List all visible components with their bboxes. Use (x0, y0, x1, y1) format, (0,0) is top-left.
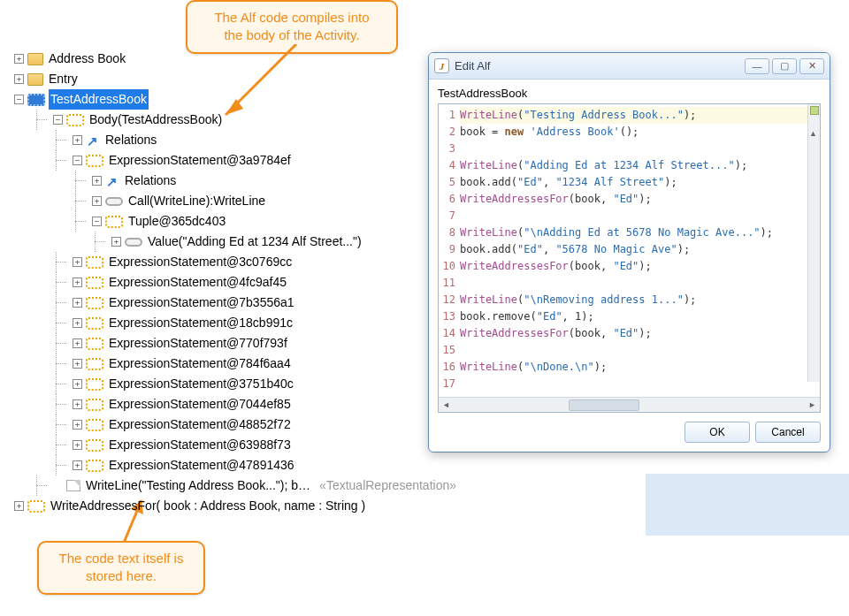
expander-icon[interactable]: + (73, 135, 82, 145)
tree-label: Body(TestAddressBook) (88, 110, 224, 130)
tree-item-expression[interactable]: +ExpressionStatement@47891436 (14, 455, 456, 475)
expander-icon[interactable]: + (73, 338, 82, 348)
relations-icon (86, 133, 100, 148)
expander-icon[interactable]: − (73, 156, 82, 165)
expander-icon[interactable]: + (14, 54, 24, 64)
activity-icon (86, 378, 103, 391)
tree-label: Relations (103, 130, 158, 150)
activity-icon (86, 277, 103, 289)
tree-item-testaddressbook[interactable]: − TestAddressBook (14, 89, 456, 110)
tree-label: ExpressionStatement@4fc9af45 (107, 272, 288, 293)
scroll-track[interactable] (454, 399, 805, 412)
maximize-button[interactable]: ▢ (772, 58, 797, 74)
tree-item-body[interactable]: − Body(TestAddressBook) (14, 110, 456, 130)
tree-item-tuple[interactable]: − Tuple@365dc403 (14, 211, 456, 232)
tree-item-expression[interactable]: +ExpressionStatement@7044ef85 (14, 394, 456, 414)
tree-item-expression[interactable]: − ExpressionStatement@3a9784ef (14, 150, 456, 171)
tree-label: Value("Adding Ed at 1234 Alf Street...") (146, 232, 363, 252)
scroll-right-icon[interactable]: ► (805, 399, 820, 412)
tree-item-expression[interactable]: +ExpressionStatement@770f793f (14, 333, 456, 354)
activity-icon (86, 399, 103, 411)
tree-label: Relations (123, 171, 178, 191)
tree-item-expression[interactable]: +ExpressionStatement@3c0769cc (14, 252, 456, 272)
expander-icon[interactable]: + (73, 420, 82, 430)
tree-item-expression[interactable]: +ExpressionStatement@4fc9af45 (14, 272, 456, 293)
activity-icon (86, 155, 103, 167)
tree-item-address-book[interactable]: + Address Book (14, 49, 456, 69)
code-editor[interactable]: 1234567891011121314151617 WriteLine("Tes… (438, 103, 821, 413)
callout-top-text: The Alf code compiles intothe body of th… (214, 10, 369, 42)
tree-label: Address Book (47, 49, 127, 69)
dialog-title: Edit Alf (455, 59, 742, 72)
tree-label: TestAddressBook (49, 89, 149, 110)
scroll-thumb[interactable] (569, 399, 639, 411)
expander-icon[interactable]: + (92, 176, 102, 186)
tree-label: ExpressionStatement@784f6aa4 (107, 354, 293, 374)
ok-button[interactable]: OK (685, 422, 750, 443)
close-button[interactable]: ✕ (799, 58, 824, 74)
tree-item-expression[interactable]: +ExpressionStatement@48852f72 (14, 414, 456, 435)
relations-icon (105, 174, 119, 188)
tree-item-expression[interactable]: +ExpressionStatement@7b3556a1 (14, 293, 456, 313)
expander-icon[interactable]: + (73, 318, 82, 328)
model-tree[interactable]: + Address Book + Entry − TestAddressBook… (14, 49, 456, 516)
tree-item-value[interactable]: + Value("Adding Ed at 1234 Alf Street...… (14, 232, 456, 252)
activity-icon (105, 216, 123, 228)
activity-icon (86, 460, 103, 472)
expander-icon[interactable]: + (73, 460, 82, 470)
tree-label: Tuple@365dc403 (126, 211, 227, 232)
activity-icon (86, 338, 103, 350)
tree-item-expression[interactable]: +ExpressionStatement@63988f73 (14, 435, 456, 455)
tree-label: ExpressionStatement@3a9784ef (107, 150, 293, 171)
tree-label: ExpressionStatement@3751b40c (107, 374, 295, 394)
tree-item-expression[interactable]: +ExpressionStatement@18cb991c (14, 313, 456, 333)
stereotype-label: «TextualRepresentation» (319, 475, 456, 496)
expander-icon[interactable]: + (73, 440, 82, 450)
expander-icon[interactable]: + (73, 359, 82, 369)
callout-bottom-text: The code text itself isstored here. (59, 551, 184, 583)
pill-icon (105, 197, 123, 206)
cancel-button[interactable]: Cancel (755, 422, 821, 443)
background-panel (646, 474, 849, 536)
expander-icon[interactable]: + (73, 298, 82, 308)
package-icon (27, 73, 43, 86)
scroll-up-icon[interactable]: ▲ (809, 129, 817, 138)
minimize-button[interactable]: — (745, 58, 769, 74)
tree-item-writeline-text[interactable]: WriteLine("Testing Address Book..."); bo… (14, 475, 456, 496)
tree-label: ExpressionStatement@47891436 (107, 455, 296, 475)
tree-item-call[interactable]: + Call(WriteLine):WriteLine (14, 191, 456, 211)
activity-icon (86, 419, 103, 431)
note-icon (66, 480, 80, 491)
activity-icon (86, 358, 103, 370)
tree-item-entry[interactable]: + Entry (14, 69, 456, 89)
dialog-titlebar[interactable]: J Edit Alf — ▢ ✕ (429, 53, 830, 80)
tree-item-expression[interactable]: +ExpressionStatement@784f6aa4 (14, 354, 456, 374)
expander-icon[interactable]: − (53, 115, 63, 125)
activity-icon (27, 94, 45, 106)
code-status-strip: ▲ (807, 104, 820, 382)
expander-icon[interactable]: + (14, 74, 24, 84)
activity-icon (86, 256, 103, 269)
horizontal-scrollbar[interactable]: ◄ ► (439, 397, 820, 412)
expander-icon[interactable]: + (73, 379, 82, 389)
expander-icon[interactable]: + (111, 237, 121, 247)
expander-icon[interactable]: + (73, 278, 82, 287)
expander-icon[interactable]: − (14, 95, 24, 104)
expander-icon[interactable]: + (92, 196, 102, 206)
tree-label: ExpressionStatement@63988f73 (107, 435, 293, 455)
tree-item-relations[interactable]: + Relations (14, 130, 456, 150)
tree-label: ExpressionStatement@770f793f (107, 333, 289, 354)
tree-item-expression[interactable]: +ExpressionStatement@3751b40c (14, 374, 456, 394)
tree-item-relations[interactable]: + Relations (14, 171, 456, 191)
expander-icon[interactable]: + (73, 399, 82, 409)
expander-icon[interactable]: − (92, 217, 102, 226)
code-area[interactable]: WriteLine("Testing Address Book...");boo… (458, 104, 820, 397)
expander-icon[interactable]: + (14, 501, 24, 511)
tree-label: ExpressionStatement@48852f72 (107, 414, 293, 435)
scroll-left-icon[interactable]: ◄ (439, 399, 454, 412)
tree-item-writeaddresses[interactable]: + WriteAddressesFor( book : Address Book… (14, 496, 456, 516)
status-ok-icon (810, 106, 819, 115)
tree-label: ExpressionStatement@3c0769cc (107, 252, 294, 272)
expander-icon[interactable]: + (73, 257, 82, 267)
package-icon (27, 53, 43, 65)
